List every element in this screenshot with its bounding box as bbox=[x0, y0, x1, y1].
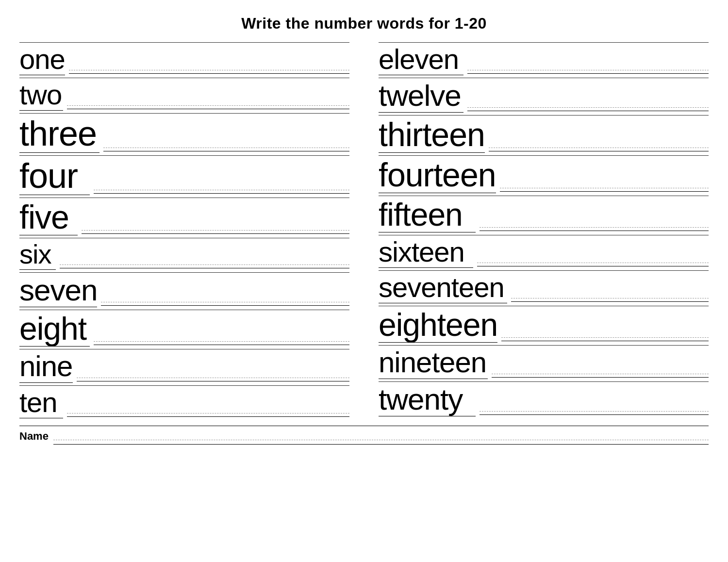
number-word: sixteen bbox=[379, 238, 473, 268]
name-write-area bbox=[53, 440, 709, 445]
dashed-line bbox=[467, 70, 709, 70]
solid-line bbox=[94, 193, 349, 194]
list-item: seven bbox=[19, 272, 349, 310]
list-item: eight bbox=[19, 310, 349, 349]
list-item: nineteen bbox=[379, 345, 709, 381]
writing-lines bbox=[82, 230, 349, 235]
dashed-line bbox=[500, 188, 709, 188]
list-item: fifteen bbox=[379, 196, 709, 235]
solid-line bbox=[467, 111, 709, 111]
list-item: six bbox=[19, 238, 349, 272]
name-section: Name bbox=[19, 426, 709, 445]
dashed-line bbox=[511, 298, 709, 298]
writing-lines bbox=[480, 227, 709, 232]
dashed-line bbox=[69, 70, 349, 70]
solid-line bbox=[489, 151, 709, 151]
number-word: seven bbox=[19, 275, 97, 307]
writing-lines bbox=[67, 413, 349, 418]
writing-lines bbox=[101, 302, 349, 307]
solid-line bbox=[480, 231, 709, 231]
solid-line bbox=[500, 191, 709, 192]
number-word: ten bbox=[19, 388, 63, 418]
dashed-line bbox=[101, 302, 349, 302]
number-word: two bbox=[19, 81, 63, 111]
dashed-line bbox=[82, 230, 349, 231]
number-word: seventeen bbox=[379, 273, 507, 303]
writing-lines bbox=[467, 107, 709, 113]
number-word: eighteen bbox=[379, 309, 497, 343]
list-item: three bbox=[19, 113, 349, 155]
dashed-line bbox=[94, 190, 349, 190]
number-word: six bbox=[19, 241, 56, 270]
writing-lines bbox=[511, 298, 709, 303]
writing-lines bbox=[480, 411, 709, 416]
dashed-line bbox=[480, 411, 709, 412]
number-word: one bbox=[19, 45, 65, 75]
solid-line bbox=[69, 73, 349, 74]
page-title: Write the number words for 1-20 bbox=[19, 15, 709, 33]
list-item: four bbox=[19, 155, 349, 198]
solid-line bbox=[82, 233, 349, 234]
number-word: eight bbox=[19, 313, 90, 347]
number-word: nineteen bbox=[379, 348, 488, 379]
writing-lines bbox=[67, 105, 349, 111]
number-word: fifteen bbox=[379, 198, 476, 232]
writing-lines bbox=[103, 148, 349, 153]
solid-line bbox=[77, 381, 349, 381]
number-word: five bbox=[19, 200, 78, 235]
number-word: three bbox=[19, 116, 99, 153]
writing-lines bbox=[492, 374, 709, 379]
writing-lines bbox=[501, 337, 709, 343]
list-item: one bbox=[19, 42, 349, 78]
solid-line bbox=[60, 268, 349, 268]
dashed-line bbox=[67, 105, 349, 106]
right-column: eleventwelvethirteenfourteenfifteensixte… bbox=[379, 42, 709, 421]
solid-line bbox=[477, 266, 709, 266]
solid-line bbox=[67, 109, 349, 109]
dashed-line bbox=[60, 264, 349, 265]
list-item: sixteen bbox=[379, 235, 709, 270]
list-item: five bbox=[19, 198, 349, 238]
writing-lines bbox=[77, 378, 349, 383]
solid-line bbox=[492, 377, 709, 378]
number-word: eleven bbox=[379, 45, 463, 75]
dashed-line bbox=[480, 227, 709, 228]
number-word: nine bbox=[19, 352, 73, 383]
dashed-line bbox=[77, 378, 349, 378]
solid-line bbox=[94, 345, 349, 345]
dashed-line bbox=[477, 263, 709, 263]
solid-line bbox=[480, 414, 709, 415]
number-word: twelve bbox=[379, 81, 463, 113]
list-item: eleven bbox=[379, 42, 709, 78]
writing-lines bbox=[69, 70, 349, 75]
dashed-line bbox=[67, 413, 349, 413]
dashed-line bbox=[492, 374, 709, 374]
dashed-line bbox=[94, 341, 349, 342]
list-item: ten bbox=[19, 385, 349, 421]
writing-lines bbox=[500, 188, 709, 193]
writing-lines bbox=[60, 264, 349, 270]
list-item: fourteen bbox=[379, 155, 709, 196]
dashed-line bbox=[467, 107, 709, 108]
solid-line bbox=[501, 341, 709, 341]
list-item: twelve bbox=[379, 78, 709, 115]
solid-line bbox=[67, 416, 349, 417]
list-item: twenty bbox=[379, 381, 709, 419]
dashed-line bbox=[501, 337, 709, 338]
list-item: seventeen bbox=[379, 270, 709, 306]
writing-lines bbox=[489, 148, 709, 153]
writing-lines bbox=[467, 70, 709, 75]
name-dashed-line bbox=[53, 440, 709, 440]
left-column: onetwothreefourfivesixseveneightnineten bbox=[19, 42, 349, 421]
number-word: fourteen bbox=[379, 158, 496, 193]
solid-line bbox=[467, 73, 709, 74]
list-item: nine bbox=[19, 349, 349, 385]
number-word: thirteen bbox=[379, 118, 485, 153]
writing-lines bbox=[477, 263, 709, 268]
list-item: eighteen bbox=[379, 306, 709, 345]
number-word: four bbox=[19, 158, 90, 195]
name-solid-line bbox=[53, 444, 709, 445]
solid-line bbox=[103, 151, 349, 151]
dashed-line bbox=[489, 148, 709, 148]
name-label: Name bbox=[19, 430, 49, 445]
